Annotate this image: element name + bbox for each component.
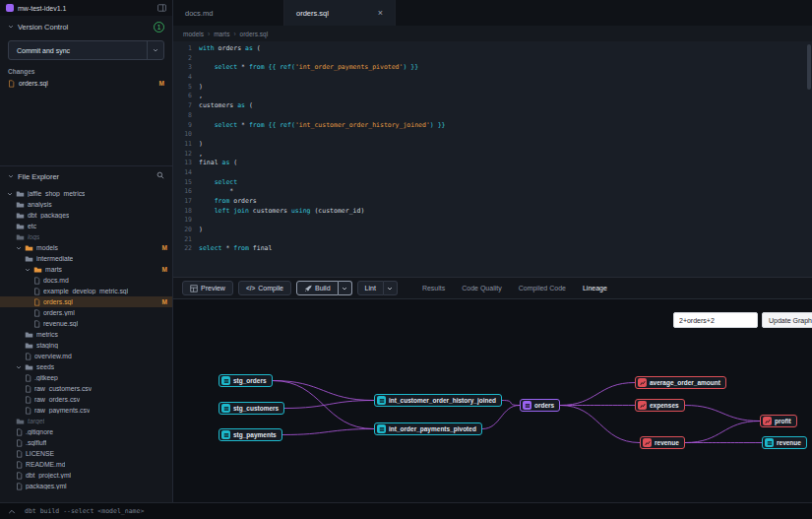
lineage-node-profit[interactable]: profit — [760, 415, 797, 427]
tree-item[interactable]: packages.yml — [0, 481, 172, 491]
chevron-down-icon[interactable] — [16, 364, 22, 370]
close-icon[interactable]: × — [378, 9, 383, 18]
build-button[interactable]: Build — [296, 281, 339, 295]
build-options-dropdown[interactable] — [339, 281, 352, 295]
lineage-edge — [560, 406, 640, 443]
code-line: left join customers using (customer_id) — [199, 207, 812, 217]
modified-badge: M — [159, 80, 164, 87]
lint-button[interactable]: Lint — [357, 281, 384, 295]
code-line — [199, 216, 812, 226]
preview-button[interactable]: Preview — [182, 281, 233, 295]
tree-item[interactable]: target — [0, 416, 172, 426]
lint-options-dropdown[interactable] — [384, 281, 398, 295]
tree-item[interactable]: intermediate — [0, 253, 172, 264]
tree-item[interactable]: raw_orders.csv — [0, 394, 172, 405]
tree-item[interactable]: .gitignore — [0, 426, 172, 437]
tree-item[interactable]: orders.yml — [0, 307, 172, 318]
lineage-node-revenue_metric[interactable]: revenue — [640, 436, 685, 449]
lineage-edge — [560, 383, 635, 406]
code-editor[interactable]: 12345678910111213141516171819202122 with… — [173, 41, 812, 277]
dbt-logo-icon — [6, 4, 14, 12]
tree-item[interactable]: modelsM — [0, 242, 172, 253]
search-icon[interactable] — [156, 171, 164, 181]
code-line: from orders — [199, 197, 812, 207]
model-icon — [221, 404, 230, 413]
chevron-down-icon[interactable] — [25, 267, 31, 273]
tree-item[interactable]: docs.md — [0, 275, 172, 286]
tree-item[interactable]: dbt_project.yml — [0, 470, 172, 481]
panel-tab-results[interactable]: Results — [422, 285, 445, 292]
model-icon — [221, 376, 230, 385]
chevron-down-icon[interactable] — [16, 245, 22, 251]
file-explorer-title: File Explorer — [18, 172, 59, 181]
lineage-node-int_order_payments_pivoted[interactable]: int_order_payments_pivoted — [374, 422, 482, 435]
workspace-name[interactable]: mw-test-idev1.1 — [18, 5, 66, 12]
modified-badge: M — [162, 266, 167, 273]
tree-item[interactable]: raw_customers.csv — [0, 383, 172, 394]
tree-item[interactable]: jaffle_shop_metrics — [0, 188, 172, 199]
lineage-node-stg_orders[interactable]: stg_orders — [219, 374, 273, 387]
tree-item[interactable]: LICENSE — [0, 448, 172, 459]
changed-file-row[interactable]: orders.sql M — [0, 77, 172, 90]
tree-item[interactable]: README.md — [0, 459, 172, 470]
breadcrumb-separator: › — [233, 31, 235, 37]
breadcrumb-item: orders.sql — [240, 31, 269, 37]
tree-item[interactable]: etc — [0, 221, 172, 231]
commit-options-dropdown[interactable] — [147, 41, 163, 59]
lineage-node-stg_payments[interactable]: stg_payments — [219, 428, 282, 441]
panel-tab-lineage[interactable]: Lineage — [583, 285, 607, 292]
line-number: 13 — [173, 159, 192, 168]
file-explorer-section: File Explorer jaffle_shop_metricsanalysi… — [0, 165, 172, 502]
editor-scrollbar[interactable] — [807, 44, 811, 90]
lineage-node-average_order_amount[interactable]: average_order_amount — [635, 376, 726, 389]
panel-tab-compiled-code[interactable]: Compiled Code — [519, 285, 566, 292]
panel-tab-code-quality[interactable]: Code Quality — [462, 285, 501, 292]
compile-button[interactable]: </> Compile — [238, 281, 291, 295]
tree-item[interactable]: metrics — [0, 329, 172, 340]
lineage-node-revenue_model[interactable]: revenue — [762, 436, 807, 449]
node-label: stg_orders — [233, 377, 267, 384]
tree-item[interactable]: raw_payments.csv — [0, 405, 172, 416]
preview-label: Preview — [201, 285, 225, 292]
chevron-down-icon[interactable] — [7, 191, 13, 197]
tab-bar: docs.mdorders.sql× — [173, 0, 812, 26]
version-control-title: Version Control — [18, 23, 68, 32]
tree-item[interactable]: orders.sqlM — [0, 296, 172, 307]
version-control-header[interactable]: Version Control 1 — [0, 16, 172, 37]
code-line — [199, 235, 812, 245]
tree-item[interactable]: seeds — [0, 361, 172, 372]
tree-item[interactable]: .gitkeep — [0, 372, 172, 383]
editor-tab[interactable]: orders.sql× — [284, 0, 396, 26]
lineage-edge — [284, 401, 374, 409]
lineage-node-int_customer_order_history_joined[interactable]: int_customer_order_history_joined — [374, 394, 502, 407]
lineage-node-expenses[interactable]: expenses — [635, 399, 685, 412]
tree-item[interactable]: dbt_packages — [0, 210, 172, 221]
chevron-down-icon — [8, 173, 14, 179]
lineage-edge — [685, 406, 760, 422]
code-line — [199, 130, 812, 140]
file-icon — [33, 298, 40, 306]
code-line: * — [199, 187, 812, 197]
tree-item[interactable]: .sqlfluff — [0, 437, 172, 448]
tree-item[interactable]: example_develop_metric.sql — [0, 286, 172, 296]
chevron-up-icon[interactable] — [8, 509, 16, 514]
tree-item[interactable]: overview.md — [0, 351, 172, 361]
lineage-node-stg_customers[interactable]: stg_customers — [219, 402, 284, 415]
lineage-edge — [273, 381, 374, 401]
lineage-canvas[interactable]: Update Graph stg_ordersstg_customersstg_… — [173, 298, 812, 502]
tree-item[interactable]: analysis — [0, 199, 172, 210]
model-icon — [523, 401, 531, 410]
status-bar: dbt build --select <model_name> — [0, 502, 812, 519]
tree-item-label: dbt_packages — [28, 212, 69, 219]
tree-item[interactable]: staging — [0, 340, 172, 351]
lineage-node-orders[interactable]: orders — [520, 399, 560, 412]
model-icon — [377, 396, 386, 405]
commit-and-sync-button[interactable]: Commit and sync — [9, 41, 147, 59]
tree-item[interactable]: logs — [0, 231, 172, 242]
tree-item[interactable]: martsM — [0, 264, 172, 275]
file-explorer-header[interactable]: File Explorer — [0, 166, 172, 186]
code-line: final as ( — [199, 159, 812, 168]
toggle-sidebar-icon[interactable] — [157, 4, 166, 12]
tree-item[interactable]: revenue.sql — [0, 318, 172, 329]
editor-tab[interactable]: docs.md — [173, 0, 284, 26]
